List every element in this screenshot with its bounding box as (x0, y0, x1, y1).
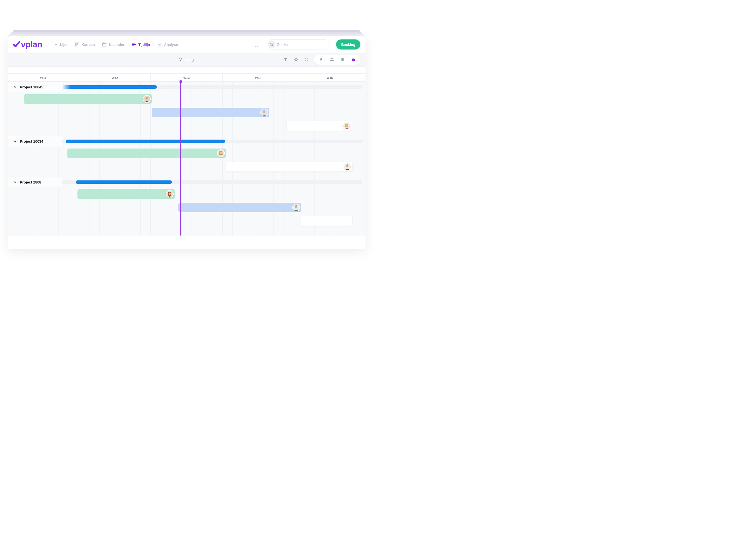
svg-rect-3 (55, 44, 57, 45)
avatar (343, 122, 351, 130)
avatar (292, 204, 300, 212)
svg-rect-5 (55, 46, 57, 46)
tools-icon (305, 58, 309, 61)
timeline: W11 W12 W13 W14 W15 Project 10045 Projec… (7, 66, 366, 249)
svg-rect-11 (105, 43, 106, 44)
svg-rect-6 (75, 43, 77, 46)
project-header[interactable]: Project 10045 (7, 82, 366, 92)
task-row (7, 146, 366, 160)
chevron-down-icon (13, 85, 17, 89)
project-name: Project 2808 (20, 180, 41, 184)
search-box[interactable] (266, 39, 330, 50)
search-input[interactable] (277, 43, 326, 47)
project-name: Project 10034 (20, 139, 44, 143)
nav-lijst[interactable]: Lijst (53, 42, 68, 47)
nav-label: Kanban (82, 43, 95, 47)
svg-point-0 (54, 43, 54, 44)
avatar (343, 163, 351, 171)
task-row (7, 201, 366, 214)
task-bar[interactable] (24, 94, 152, 104)
svg-rect-1 (55, 43, 57, 44)
svg-point-20 (342, 60, 343, 61)
week-header: W11 W12 W13 W14 W15 (7, 73, 366, 82)
project-name: Project 10045 (20, 85, 44, 89)
svg-rect-21 (351, 59, 354, 61)
project-progress-fill (76, 180, 172, 184)
svg-rect-9 (103, 43, 106, 44)
checkmark-icon (12, 40, 21, 48)
svg-point-17 (332, 58, 333, 59)
search-icon (267, 40, 276, 48)
nav-label: Analyse (164, 43, 178, 47)
nav-analyse[interactable]: Analyse (157, 42, 178, 47)
project-header[interactable]: Project 10034 (7, 136, 366, 146)
timeline-rows: Project 10045 Project 10034 Project 2808 (7, 82, 366, 235)
toolbar: Vandaag (7, 53, 366, 66)
puzzle-icon (319, 58, 323, 61)
task-bar[interactable] (67, 148, 226, 158)
project-progress-track (62, 140, 363, 143)
svg-rect-18 (341, 58, 344, 61)
server-icon (341, 58, 344, 61)
nav-label: Tijdlijn (138, 43, 150, 47)
resource-button[interactable] (339, 56, 346, 63)
svg-rect-10 (103, 43, 104, 44)
project-header[interactable]: Project 2808 (7, 177, 366, 188)
svg-point-4 (54, 46, 54, 46)
today-marker-icon (179, 80, 182, 83)
task-row (7, 119, 366, 133)
eye-icon (294, 57, 298, 62)
svg-rect-14 (132, 46, 134, 46)
task-row (7, 160, 366, 173)
svg-point-15 (270, 43, 272, 45)
list-icon (53, 42, 58, 47)
header: vplan Lijst Kanban (7, 36, 366, 53)
grid-area: Project 10045 Project 10034 Project 2808 (7, 82, 366, 235)
filter-icon (284, 58, 287, 61)
avatar (166, 190, 174, 198)
view-mode-group (314, 55, 361, 65)
task-bar[interactable] (301, 216, 352, 226)
puzzle-button[interactable] (318, 56, 325, 63)
chevron-down-icon (13, 139, 17, 143)
project-group: Project 10034 (7, 136, 366, 177)
task-bar[interactable] (152, 108, 269, 117)
nav-tijdlijn[interactable]: Tijdlijn (132, 42, 150, 47)
nav-kanban[interactable]: Kanban (75, 42, 95, 47)
avatar (217, 149, 225, 157)
svg-rect-13 (132, 44, 136, 45)
svg-point-19 (342, 59, 343, 59)
task-row (7, 188, 366, 201)
task-row (7, 106, 366, 119)
task-row (7, 92, 366, 106)
project-progress-fill (66, 140, 225, 143)
project-progress-track (62, 85, 363, 89)
people-button[interactable] (328, 56, 335, 63)
backlog-button[interactable]: Backlog (336, 39, 361, 50)
nav-label: Lijst (60, 43, 68, 47)
settings-button[interactable] (304, 56, 310, 63)
project-progress-track (62, 180, 363, 184)
app-window: vplan Lijst Kanban (7, 36, 366, 249)
task-bar[interactable] (226, 162, 352, 171)
project-group: Project 10045 (7, 82, 366, 136)
briefcase-button[interactable] (350, 56, 356, 63)
visibility-button[interactable] (293, 56, 299, 63)
calendar-icon (102, 42, 107, 47)
nav-kalender[interactable]: Kalender (102, 42, 124, 47)
avatar (260, 109, 268, 116)
kanban-icon (75, 42, 79, 47)
task-bar[interactable] (78, 189, 175, 199)
task-bar[interactable] (178, 203, 301, 212)
svg-point-2 (54, 44, 54, 45)
week-label: W14 (223, 74, 294, 81)
filter-button[interactable] (282, 56, 289, 63)
week-label: W11 (7, 74, 79, 81)
svg-rect-12 (132, 43, 135, 44)
people-icon (329, 57, 334, 62)
expand-icon (254, 43, 259, 47)
chevron-down-icon (13, 180, 17, 184)
fullscreen-button[interactable] (252, 40, 261, 49)
week-label: W15 (294, 74, 366, 81)
task-bar[interactable] (287, 121, 352, 131)
